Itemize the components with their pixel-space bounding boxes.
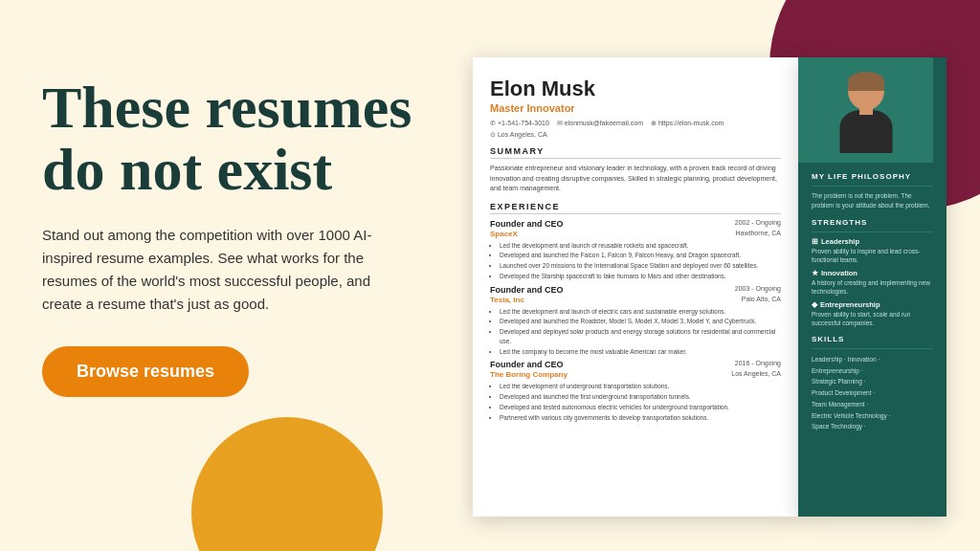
browse-resumes-button[interactable]: Browse resumes <box>42 346 249 397</box>
bullet-item: Led the company to become the most valua… <box>500 347 781 357</box>
job2-dates: 2003 - Ongoing <box>735 285 781 292</box>
strength2-desc: A history of creating and implementing n… <box>812 278 933 296</box>
sidebar-strength-1: ⊞ Leadership Proven ability to inspire a… <box>812 237 933 264</box>
resume-main-panel: Elon Musk Master Innovator ✆ +1-541-754-… <box>473 57 798 517</box>
resume-summary-text: Passionate entrepreneur and visionary le… <box>490 164 781 194</box>
job1-location: Hawthorne, CA <box>736 230 781 238</box>
sidebar-skills-list: Leadership · Innovation · Entrepreneursh… <box>812 354 933 432</box>
resume-job-title: Master Innovator <box>490 102 781 114</box>
skill-5: Team Management · <box>812 401 868 408</box>
job2-bullets: Led the development and launch of electr… <box>490 307 781 357</box>
sidebar-philosophy-text: The problem is not the problem. The prob… <box>812 191 933 210</box>
strength3-desc: Proven ability to start, scale and run s… <box>812 310 933 327</box>
subtext: Stand out among the competition with ove… <box>42 224 406 316</box>
bullet-item: Led the development of underground trans… <box>500 382 781 391</box>
job2-location: Palo Alto, CA <box>742 296 781 304</box>
resume-job-2: Founder and CEO 2003 - Ongoing Tesla, In… <box>490 285 781 357</box>
sidebar-strength-2: ★ Innovation A history of creating and i… <box>812 269 933 296</box>
sidebar-philosophy-title: MY LIFE PHILOSOPHY <box>812 172 933 181</box>
resume-website: ⊕ https://elon-musk.com <box>651 120 724 127</box>
strength3-icon: ◆ <box>812 300 817 309</box>
strength1-desc: Proven ability to inspire and lead cross… <box>812 247 933 264</box>
job1-company: SpaceX <box>490 230 518 238</box>
job2-title: Founder and CEO <box>490 285 564 295</box>
strength3-title: Entrepreneurship <box>820 300 880 309</box>
job3-bullets: Led the development of underground trans… <box>490 382 781 422</box>
bullet-item: Developed the Starship spacecraft to tak… <box>500 272 781 281</box>
bullet-item: Developed and deployed solar products an… <box>500 327 781 346</box>
bullet-item: Developed and launched the Falcon 1, Fal… <box>500 251 781 260</box>
resume-location-row: ⊙ Los Angeles, CA <box>490 131 781 139</box>
bullet-item: Launched over 20 missions to the Interna… <box>500 261 781 271</box>
resume-photo <box>798 57 933 163</box>
sidebar-divider-2 <box>812 231 933 232</box>
job3-title: Founder and CEO <box>490 360 564 369</box>
resume-job-3: Founder and CEO 2016 - Ongoing The Borin… <box>490 360 781 422</box>
headline: These resumes do not exist <box>42 77 454 201</box>
resume-sidebar-panel: MY LIFE PHILOSOPHY The problem is not th… <box>798 57 947 517</box>
bullet-item: Developed and tested autonomous electric… <box>500 403 781 412</box>
sidebar-divider-3 <box>812 348 933 349</box>
skill-1: Leadership · Innovation · <box>812 356 880 363</box>
job2-company: Tesla, Inc <box>490 296 524 304</box>
job1-bullets: Led the development and launch of reusab… <box>490 241 781 281</box>
skill-3: Strategic Planning · <box>812 378 865 385</box>
skill-6: Electric Vehicle Technology · <box>812 412 890 419</box>
sidebar-skills-title: SKILLS <box>812 335 933 343</box>
job3-company: The Boring Company <box>490 370 568 379</box>
skill-7: Space Technology · <box>812 423 866 430</box>
skill-4: Product Development · <box>812 389 875 396</box>
bullet-item: Partnered with various city governments … <box>500 413 781 423</box>
job3-dates: 2016 - Ongoing <box>735 360 781 366</box>
strength1-icon: ⊞ <box>812 237 818 246</box>
bullet-item: Developed and launched the first undergr… <box>500 392 781 402</box>
sidebar-divider-1 <box>812 186 933 187</box>
sidebar-strength-3: ◆ Entrepreneurship Proven ability to sta… <box>812 300 933 327</box>
bullet-item: Developed and launched the Roadster, Mod… <box>500 317 781 326</box>
resume-name: Elon Musk <box>490 77 781 101</box>
resume-experience-title: EXPERIENCE <box>490 202 781 214</box>
job1-dates: 2002 - Ongoing <box>735 219 781 226</box>
resume-job-1: Founder and CEO 2002 - Ongoing SpaceX Ha… <box>490 219 781 281</box>
sidebar-strengths-title: STRENGTHS <box>812 218 933 227</box>
strength1-title: Leadership <box>821 237 859 246</box>
resume-summary-title: SUMMARY <box>490 146 781 159</box>
skill-2: Entrepreneurship · <box>812 367 862 374</box>
bg-decoration-bottom-left <box>191 417 383 551</box>
resume-contact: ✆ +1-541-754-3010 ✉ elonmusk@fakeemail.c… <box>490 120 781 127</box>
strength2-title: Innovation <box>821 269 858 277</box>
resume-location: ⊙ Los Angeles, CA <box>490 131 547 139</box>
strength2-icon: ★ <box>812 269 818 277</box>
job3-location: Los Angeles, CA <box>731 370 781 379</box>
resume-mockup: Elon Musk Master Innovator ✆ +1-541-754-… <box>473 57 961 526</box>
bullet-item: Led the development and launch of electr… <box>500 307 781 317</box>
resume-email: ✉ elonmusk@fakeemail.com <box>557 120 643 127</box>
resume-phone: ✆ +1-541-754-3010 <box>490 120 549 127</box>
hero-content: These resumes do not exist Stand out amo… <box>42 77 454 397</box>
job1-title: Founder and CEO <box>490 219 564 229</box>
bullet-item: Led the development and launch of reusab… <box>500 241 781 251</box>
